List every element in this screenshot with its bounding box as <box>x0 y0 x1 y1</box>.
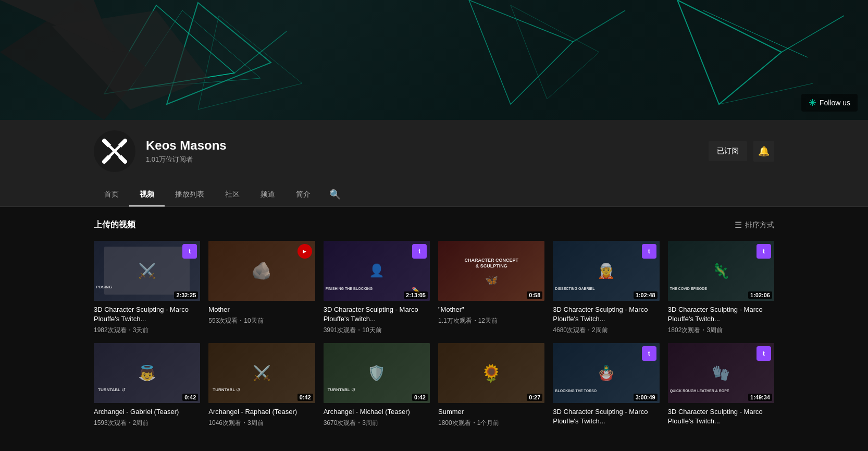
sort-label: 排序方式 <box>745 221 774 230</box>
video-thumbnail: ⚔️ t POSING 2:32:25 <box>94 241 200 301</box>
video-title: "Mother" <box>438 305 544 314</box>
follow-us-button[interactable]: ✳ Follow us <box>801 94 858 112</box>
video-duration: 1:49:34 <box>748 394 772 401</box>
video-meta: 1046次观看・3周前 <box>208 419 315 428</box>
video-info: 3D Character Sculpting - Marco Plouffe's… <box>668 305 774 335</box>
video-info: Mother 553次观看・10天前 <box>208 305 315 325</box>
video-thumbnail: CHARACTER CONCEPT& SCULPTING 🦋 0:58 <box>438 241 544 301</box>
video-meta: 3991次观看・10天前 <box>324 326 430 335</box>
video-card[interactable]: ⚔️ t POSING 2:32:25 3D Character Sculpti… <box>94 241 200 335</box>
video-card[interactable]: 🧤 t QUICK ROUGH LEATHER & ROPE 1:49:34 3… <box>668 343 774 428</box>
search-button[interactable]: 🔍 <box>329 189 341 200</box>
video-duration: 1:02:48 <box>634 291 658 299</box>
video-card[interactable]: 🌻 0:27 Summer 1800次观看・1个月前 <box>438 343 544 428</box>
video-duration: 0:58 <box>527 291 542 299</box>
video-meta: 1802次观看・3周前 <box>668 326 774 335</box>
video-title: Mother <box>208 305 315 314</box>
video-card[interactable]: 🪨 ▶ Mother 553次观看・10天前 <box>208 241 315 335</box>
video-thumbnail: 🌻 0:27 <box>438 343 544 403</box>
video-card[interactable]: 🛡️ TURNTABL ↺ 0:42 Archangel - Michael (… <box>324 343 430 428</box>
video-duration: 0:42 <box>412 394 428 401</box>
video-info: 3D Character Sculpting - Marco Plouffe's… <box>553 407 659 426</box>
twitch-badge: t <box>757 346 771 361</box>
twitch-badge: t <box>757 244 771 259</box>
video-title: 3D Character Sculpting - Marco Plouffe's… <box>324 305 430 324</box>
tab-about[interactable]: 简介 <box>286 182 321 206</box>
video-info: 3D Character Sculpting - Marco Plouffe's… <box>94 305 200 335</box>
video-duration: 3:00:49 <box>634 394 658 401</box>
video-duration: 2:13:05 <box>404 291 428 299</box>
svg-marker-10 <box>703 10 808 57</box>
channel-name: Keos Masons <box>146 138 698 153</box>
svg-marker-7 <box>511 5 599 99</box>
bell-icon: 🔔 <box>758 145 770 157</box>
svg-line-11 <box>782 16 844 52</box>
twitch-badge: t <box>642 244 656 259</box>
tab-playlists[interactable]: 播放列表 <box>165 182 215 206</box>
video-info: Summer 1800次观看・1个月前 <box>438 407 544 428</box>
video-meta: 1.1万次观看・12天前 <box>438 316 544 325</box>
tab-community[interactable]: 社区 <box>215 182 250 206</box>
video-info: "Mother" 1.1万次观看・12天前 <box>438 305 544 325</box>
video-card[interactable]: ⚔️ TURNTABL ↺ 0:42 Archangel - Raphael (… <box>208 343 315 428</box>
video-grid-row2: 👼 TURNTABL ↺ 0:42 Archangel - Gabriel (T… <box>94 343 774 428</box>
video-title: 3D Character Sculpting - Marco Plouffe's… <box>94 305 200 324</box>
video-card[interactable]: CHARACTER CONCEPT& SCULPTING 🦋 0:58 "Mot… <box>438 241 544 335</box>
video-thumbnail: 👤 ✏️ t FINISHING THE BLOCKING 2:13:05 <box>324 241 430 301</box>
follow-us-label: Follow us <box>820 99 850 107</box>
video-card[interactable]: 🧝 t DISSECTING GABRIEL 1:02:48 3D Charac… <box>553 241 659 335</box>
video-title: 3D Character Sculpting - Marco Plouffe's… <box>668 407 774 426</box>
svg-marker-9 <box>677 0 782 104</box>
tab-home[interactable]: 首页 <box>94 182 129 206</box>
video-info: 3D Character Sculpting - Marco Plouffe's… <box>324 305 430 335</box>
video-thumbnail: 👼 TURNTABL ↺ 0:42 <box>94 343 200 403</box>
sort-icon: ☰ <box>735 220 742 230</box>
asterisk-icon: ✳ <box>809 97 816 108</box>
video-duration: 1:02:06 <box>748 291 772 299</box>
video-thumbnail: 🧝 t DISSECTING GABRIEL 1:02:48 <box>553 241 659 301</box>
video-thumbnail: ⚔️ TURNTABL ↺ 0:42 <box>208 343 315 403</box>
video-title: 3D Character Sculpting - Marco Plouffe's… <box>668 305 774 324</box>
channel-nav: 首页 视频 播放列表 社区 频道 简介 🔍 <box>0 182 868 207</box>
video-meta: 4680次观看・2周前 <box>553 326 659 335</box>
twitch-badge: t <box>412 244 427 259</box>
bell-button[interactable]: 🔔 <box>753 141 774 162</box>
sort-button[interactable]: ☰ 排序方式 <box>735 220 774 230</box>
video-card[interactable]: 👼 TURNTABL ↺ 0:42 Archangel - Gabriel (T… <box>94 343 200 428</box>
subscribed-button[interactable]: 已订阅 <box>709 141 747 161</box>
channel-subscribers: 1.01万位订阅者 <box>146 155 698 164</box>
video-meta: 553次观看・10天前 <box>208 316 315 325</box>
channel-banner: ✳ Follow us <box>0 0 868 120</box>
video-duration: 2:32:25 <box>174 291 198 299</box>
video-title: Archangel - Gabriel (Teaser) <box>94 407 200 417</box>
video-duration: 0:27 <box>527 394 542 401</box>
twitch-badge: t <box>642 346 656 361</box>
video-card[interactable]: 🪆 t BLOCKING THE TORSO 3:00:49 3D Charac… <box>553 343 659 428</box>
video-title: 3D Character Sculpting - Marco Plouffe's… <box>553 407 659 426</box>
video-title: Archangel - Michael (Teaser) <box>324 407 430 417</box>
video-card[interactable]: 👤 ✏️ t FINISHING THE BLOCKING 2:13:05 3D… <box>324 241 430 335</box>
video-card[interactable]: 🦎 t THE COVID EPISODE 1:02:06 3D Charact… <box>668 241 774 335</box>
video-title: Summer <box>438 407 544 417</box>
tab-channels[interactable]: 频道 <box>250 182 286 206</box>
video-thumbnail: 🪨 ▶ <box>208 241 315 301</box>
avatar <box>94 130 135 172</box>
video-info: Archangel - Michael (Teaser) 3670次观看・3周前 <box>324 407 430 428</box>
svg-marker-3 <box>198 16 302 109</box>
video-thumbnail: 🦎 t THE COVID EPISODE 1:02:06 <box>668 241 774 301</box>
video-duration: 0:42 <box>297 394 313 401</box>
channel-header: Keos Masons 1.01万位订阅者 已订阅 🔔 <box>0 120 868 182</box>
channel-actions: 已订阅 🔔 <box>709 141 774 162</box>
video-meta: 1593次观看・2周前 <box>94 419 200 428</box>
video-info: Archangel - Raphael (Teaser) 1046次观看・3周前 <box>208 407 315 428</box>
section-title: 上传的视频 <box>94 220 135 230</box>
svg-marker-6 <box>469 0 573 104</box>
video-grid-row1: ⚔️ t POSING 2:32:25 3D Character Sculpti… <box>94 241 774 335</box>
tab-videos[interactable]: 视频 <box>129 182 165 206</box>
video-title: 3D Character Sculpting - Marco Plouffe's… <box>553 305 659 324</box>
video-thumbnail: 🧤 t QUICK ROUGH LEATHER & ROPE 1:49:34 <box>668 343 774 403</box>
video-info: 3D Character Sculpting - Marco Plouffe's… <box>553 305 659 335</box>
video-info: Archangel - Gabriel (Teaser) 1593次观看・2周前 <box>94 407 200 428</box>
videos-section: 上传的视频 ☰ 排序方式 ⚔️ t POSING 2:32:25 <box>0 207 868 449</box>
red-badge: ▶ <box>297 244 312 259</box>
